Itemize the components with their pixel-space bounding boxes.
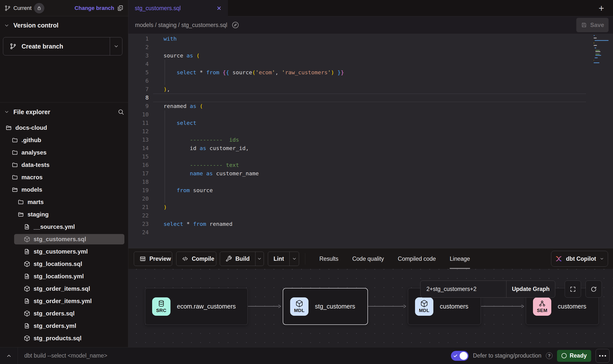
code-line-14: id as customer_id, [164,144,344,153]
expand-command-button[interactable] [0,347,18,364]
tree-item-label: stg_orders.yml [34,322,76,329]
lineage-selector-input[interactable]: 2+stg_customers+2 [420,281,506,297]
command-input[interactable]: dbt build --select <model_name> [24,352,107,359]
search-icon[interactable] [117,108,124,115]
folder-icon [12,162,18,168]
sidebar: Current Change branch Version control Cr… [0,0,128,347]
minimap[interactable] [594,35,610,67]
panel-toolbar: Preview Compile Build Lint ResultsCode q… [128,248,613,269]
chevron-down-icon [4,109,9,115]
lint-button[interactable]: Lint [268,252,299,266]
tree-item--github[interactable]: .github [0,134,128,146]
version-control-title: Version control [13,22,58,29]
chevron-down-icon [113,44,119,49]
tree-item-macros[interactable]: macros [0,171,128,183]
status-badge[interactable]: Ready [557,350,591,362]
semantic-network-icon [538,300,546,308]
copilot-icon [555,255,562,262]
tree-item-label: stg_orders.sql [34,310,75,317]
version-control-header[interactable]: Version control [4,22,58,29]
tree-item-analyses[interactable]: analyses [0,146,128,159]
tree-item-stg-orders-sql[interactable]: stg_orders.sql [0,307,128,320]
panel-tabs: ResultsCode qualityCompiled codeLineage [319,248,470,269]
refresh-icon [590,286,597,293]
tree-item--sources-yml[interactable]: __sources.yml [0,221,128,233]
fullscreen-button[interactable] [565,281,581,298]
refresh-button[interactable] [585,281,602,298]
tree-item-label: stg_order_items.sql [34,285,90,292]
new-tab-button[interactable]: + [596,3,607,13]
tree-item-stg-customers-sql[interactable]: stg_customers.sql [0,233,128,245]
tree-item-staging[interactable]: staging [0,208,128,221]
tree-item-stg-customers-yml[interactable]: stg_customers.yml [0,245,128,258]
tree-item-marts[interactable]: marts [0,196,128,208]
panel-tab-lineage[interactable]: Lineage [450,248,470,269]
wrench-icon [225,256,232,262]
code-line-10 [164,110,344,119]
yml-icon [24,323,30,329]
preview-label: Preview [149,256,171,262]
help-icon[interactable]: ? [546,352,553,359]
divider [0,102,128,103]
code-line-17: name as customer_name [164,169,344,178]
copilot-label: dbt Copilot [566,256,596,262]
compile-button[interactable]: Compile [176,252,216,266]
update-graph-button[interactable]: Update Graph [506,281,555,297]
close-icon[interactable]: ✕ [217,5,222,12]
code-content: withsource as ( select * from {{ source(… [164,35,344,237]
lineage-selector: 2+stg_customers+2 Update Graph [420,281,555,298]
tree-item-stg-locations-yml[interactable]: stg_locations.yml [0,270,128,283]
build-dropdown[interactable] [255,252,264,266]
tree-item-stg-orders-yml[interactable]: stg_orders.yml [0,320,128,332]
tab-stg-customers-sql[interactable]: stg_customers.sql ✕ [128,0,228,17]
create-branch-dropdown[interactable] [110,37,122,55]
code-line-3: source as ( [164,52,344,60]
code-line-13: ---------- ids [164,136,344,144]
lock-icon [37,6,42,11]
cube-icon [295,300,303,308]
tree-item-stg-order-items-sql[interactable]: stg_order_items.sql [0,283,128,295]
lineage-node-ecom-raw-customers[interactable]: SRCecom.raw_customers [145,288,248,325]
defer-toggle[interactable] [451,351,469,361]
file-explorer-title: File explorer [13,108,50,116]
tree-item-data-tests[interactable]: data-tests [0,159,128,171]
tree-item-label: data-tests [22,161,50,168]
copy-icon[interactable] [117,5,124,12]
tree-item-models[interactable]: models [0,183,128,196]
lint-dropdown[interactable] [289,252,299,266]
tree-item-stg-order-items-yml[interactable]: stg_order_items.yml [0,295,128,307]
node-badge-mdl: MDL [290,297,308,316]
panel-tab-results[interactable]: Results [319,248,338,269]
tree-item-stg-products-sql[interactable]: stg_products.sql [0,332,128,344]
save-label: Save [590,22,604,28]
node-label: customers [558,303,586,310]
save-button[interactable]: Save [576,18,609,32]
status-ring-icon [561,353,567,358]
tree-item-stg-locations-sql[interactable]: stg_locations.sql [0,258,128,270]
tree-item-label: __sources.yml [34,223,75,230]
create-branch-button[interactable]: Create branch [3,37,122,55]
compass-icon[interactable] [232,21,239,29]
node-label: customers [440,303,468,310]
build-button[interactable]: Build [220,252,264,266]
tree-item-label: stg_locations.yml [34,273,84,280]
cube-icon [420,300,428,308]
lineage-node-stg-customers[interactable]: MDLstg_customers [283,288,368,325]
tree-item-label: stg_customers.sql [34,236,86,243]
file-explorer-header[interactable]: File explorer [4,106,124,118]
change-branch-link[interactable]: Change branch [75,5,114,11]
tree-item-docs-cloud[interactable]: docs-cloud [0,122,128,134]
panel-tab-code-quality[interactable]: Code quality [352,248,384,269]
preview-button[interactable]: Preview [134,252,172,266]
lineage-edge [248,304,282,309]
model-cube-icon [24,286,30,292]
code-editor[interactable]: 123456789101112131415161718192021222324 … [128,34,613,248]
dbt-copilot-button[interactable]: dbt Copilot [551,251,608,267]
folder-open-icon [18,211,24,218]
code-icon [182,256,188,262]
node-label: stg_customers [315,303,355,310]
code-line-2 [164,43,344,52]
panel-tab-compiled-code[interactable]: Compiled code [398,248,436,269]
more-options-button[interactable] [596,349,610,363]
tree-item-label: stg_locations.sql [34,260,82,267]
